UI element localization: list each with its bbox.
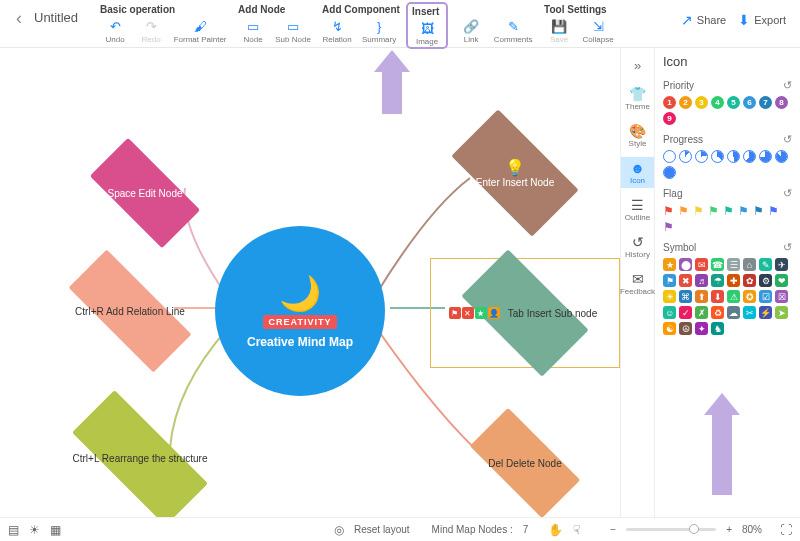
- symbol-16[interactable]: ☀: [663, 290, 676, 303]
- priority-8[interactable]: 8: [775, 96, 788, 109]
- zoom-out[interactable]: −: [610, 524, 616, 535]
- progress-12[interactable]: [679, 150, 692, 163]
- symbol-34[interactable]: ✦: [695, 322, 708, 335]
- progress-100[interactable]: [663, 166, 676, 179]
- document-title[interactable]: Untitled: [30, 2, 92, 25]
- priority-2[interactable]: 2: [679, 96, 692, 109]
- symbol-29[interactable]: ✂: [743, 306, 756, 319]
- symbol-22[interactable]: ☑: [759, 290, 772, 303]
- reset-layout-button[interactable]: Reset layout: [354, 524, 410, 535]
- symbol-13[interactable]: ✿: [743, 274, 756, 287]
- rail-collapse[interactable]: »: [634, 54, 641, 77]
- node-right3[interactable]: Del Delete Node: [440, 418, 610, 508]
- symbol-30[interactable]: ⚡: [759, 306, 772, 319]
- subnode-button[interactable]: ▭Sub Node: [272, 17, 314, 45]
- reset-layout-icon[interactable]: ◎: [334, 523, 344, 537]
- symbol-35[interactable]: ♞: [711, 322, 724, 335]
- progress-25[interactable]: [695, 150, 708, 163]
- symbol-12[interactable]: ✚: [727, 274, 740, 287]
- rail-theme[interactable]: 👕Theme: [621, 83, 654, 114]
- flag-6[interactable]: [753, 204, 765, 217]
- symbol-10[interactable]: ♬: [695, 274, 708, 287]
- symbol-8[interactable]: ⚑: [663, 274, 676, 287]
- summary-button[interactable]: }Summary: [356, 17, 402, 45]
- symbol-26[interactable]: ✗: [695, 306, 708, 319]
- symbol-23[interactable]: ☒: [775, 290, 788, 303]
- share-button[interactable]: ↗Share: [681, 12, 726, 28]
- fullscreen-icon[interactable]: ⛶: [780, 523, 792, 537]
- flag-0[interactable]: [663, 204, 675, 217]
- symbol-20[interactable]: ⚠: [727, 290, 740, 303]
- flag-8[interactable]: [663, 220, 675, 233]
- reset-priority[interactable]: ↺: [783, 79, 792, 92]
- symbol-24[interactable]: ☺: [663, 306, 676, 319]
- symbol-14[interactable]: ⚙: [759, 274, 772, 287]
- symbol-18[interactable]: ⬆: [695, 290, 708, 303]
- priority-4[interactable]: 4: [711, 96, 724, 109]
- grid-icon[interactable]: ▦: [50, 523, 61, 537]
- symbol-21[interactable]: ✪: [743, 290, 756, 303]
- symbol-25[interactable]: ✓: [679, 306, 692, 319]
- symbol-17[interactable]: ⌘: [679, 290, 692, 303]
- node-right2[interactable]: ⚑ ✕ ★ 👤 Tab Insert Sub node: [430, 258, 620, 368]
- back-button[interactable]: ‹: [8, 2, 30, 35]
- symbol-3[interactable]: ☎: [711, 258, 724, 271]
- rail-icon[interactable]: ☻Icon: [621, 157, 654, 188]
- node-center[interactable]: 🌙 CREATIVITY Creative Mind Map: [215, 226, 385, 396]
- node-button[interactable]: ▭Node: [236, 17, 270, 45]
- layers-icon[interactable]: ▤: [8, 523, 19, 537]
- progress-37[interactable]: [711, 150, 724, 163]
- symbol-0[interactable]: ★: [663, 258, 676, 271]
- symbol-5[interactable]: ⌂: [743, 258, 756, 271]
- flag-7[interactable]: [768, 204, 780, 217]
- mindmap-canvas[interactable]: Space Edit Node Ctrl+R Add Relation Line…: [0, 48, 620, 517]
- rail-feedback[interactable]: ✉Feedback: [621, 268, 654, 299]
- node-right1[interactable]: 💡Enter Insert Node: [420, 118, 610, 228]
- reset-symbol[interactable]: ↺: [783, 241, 792, 254]
- reset-progress[interactable]: ↺: [783, 133, 792, 146]
- symbol-27[interactable]: ♻: [711, 306, 724, 319]
- progress-50[interactable]: [727, 150, 740, 163]
- zoom-knob[interactable]: [689, 524, 699, 534]
- symbol-19[interactable]: ⬇: [711, 290, 724, 303]
- reset-flag[interactable]: ↺: [783, 187, 792, 200]
- flag-1[interactable]: [678, 204, 690, 217]
- progress-87[interactable]: [775, 150, 788, 163]
- symbol-33[interactable]: ☮: [679, 322, 692, 335]
- format-painter-button[interactable]: 🖌Format Painter: [170, 17, 230, 45]
- relation-button[interactable]: ↯Relation: [320, 17, 354, 45]
- comments-button[interactable]: ✎Comments: [490, 17, 536, 45]
- symbol-28[interactable]: ☁: [727, 306, 740, 319]
- symbol-1[interactable]: ⬤: [679, 258, 692, 271]
- symbol-2[interactable]: ✉: [695, 258, 708, 271]
- undo-button[interactable]: ↶Undo: [98, 17, 132, 45]
- symbol-7[interactable]: ✈: [775, 258, 788, 271]
- save-button[interactable]: 💾Save: [542, 17, 576, 45]
- sun-icon[interactable]: ☀: [29, 523, 40, 537]
- node-left2[interactable]: Ctrl+R Add Relation Line: [30, 266, 230, 356]
- cursor-tool[interactable]: ☟: [573, 523, 580, 537]
- progress-62[interactable]: [743, 150, 756, 163]
- flag-4[interactable]: [723, 204, 735, 217]
- node-left1[interactable]: Space Edit Node: [60, 148, 230, 238]
- rail-history[interactable]: ↺History: [621, 231, 654, 262]
- rail-style[interactable]: 🎨Style: [621, 120, 654, 151]
- priority-3[interactable]: 3: [695, 96, 708, 109]
- flag-3[interactable]: [708, 204, 720, 217]
- rail-outline[interactable]: ☰Outline: [621, 194, 654, 225]
- symbol-15[interactable]: ❤: [775, 274, 788, 287]
- symbol-31[interactable]: ➤: [775, 306, 788, 319]
- symbol-11[interactable]: ☂: [711, 274, 724, 287]
- progress-75[interactable]: [759, 150, 772, 163]
- flag-5[interactable]: [738, 204, 750, 217]
- symbol-4[interactable]: ☰: [727, 258, 740, 271]
- priority-7[interactable]: 7: [759, 96, 772, 109]
- node-left3[interactable]: Ctrl+L Rearrange the structure: [30, 408, 250, 508]
- symbol-9[interactable]: ✖: [679, 274, 692, 287]
- collapse-button[interactable]: ⇲Collapse: [578, 17, 618, 45]
- priority-5[interactable]: 5: [727, 96, 740, 109]
- progress-0[interactable]: [663, 150, 676, 163]
- priority-6[interactable]: 6: [743, 96, 756, 109]
- zoom-slider[interactable]: [626, 528, 716, 531]
- flag-2[interactable]: [693, 204, 705, 217]
